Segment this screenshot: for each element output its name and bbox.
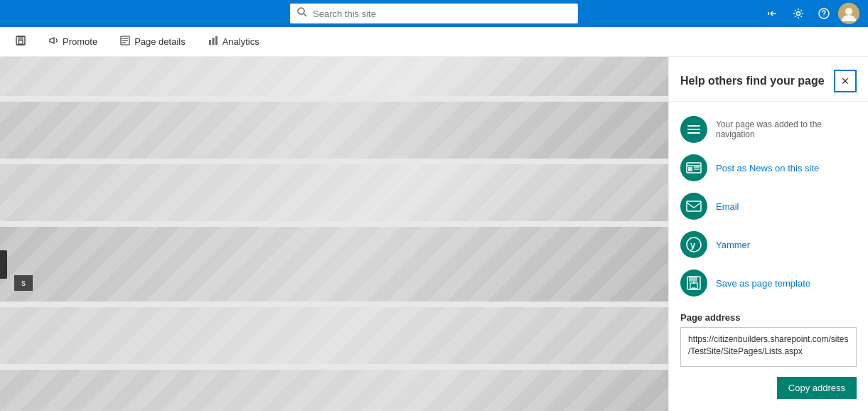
hero-bottom-label: s [14, 275, 33, 291]
toolbar: Promote Page details Analytics [0, 27, 868, 57]
panel-item-email[interactable]: Email [680, 187, 857, 225]
email-icon [680, 193, 707, 220]
close-button[interactable]: ✕ [834, 70, 857, 92]
right-panel: Help others find your page ✕ Your page w… [668, 57, 868, 411]
hero-row-1 [0, 57, 668, 96]
search-input[interactable] [313, 9, 571, 19]
promote-icon [48, 36, 58, 48]
toolbar-analytics[interactable]: Analytics [204, 33, 264, 50]
svg-point-0 [298, 8, 304, 14]
svg-point-5 [823, 16, 824, 16]
panel-title: Help others find your page [680, 75, 825, 87]
email-label[interactable]: Email [716, 201, 739, 212]
analytics-label: Analytics [223, 36, 259, 47]
navigation-subtext: Your page was added to the navigation [716, 119, 857, 139]
navigation-icon [680, 116, 707, 143]
svg-rect-2 [768, 12, 769, 15]
help-icon[interactable] [813, 2, 835, 25]
hero-row-4: s [0, 227, 668, 301]
panel-item-post-news[interactable]: Post as News on this site [680, 149, 857, 187]
svg-rect-26 [687, 201, 701, 211]
main-content: s [0, 57, 668, 411]
page-address-label: Page address [680, 312, 857, 323]
svg-rect-16 [212, 38, 214, 45]
avatar[interactable] [838, 3, 859, 24]
svg-text:y: y [690, 240, 696, 250]
analytics-icon [208, 36, 218, 48]
back-icon[interactable] [761, 2, 784, 25]
search-icon [297, 7, 307, 20]
svg-rect-9 [18, 36, 23, 40]
svg-rect-10 [18, 41, 23, 44]
svg-rect-15 [209, 40, 211, 45]
post-news-label[interactable]: Post as News on this site [716, 163, 819, 174]
svg-point-7 [845, 8, 852, 15]
hero-row-6 [0, 370, 668, 411]
yammer-icon: y [680, 231, 707, 258]
settings-icon[interactable] [787, 2, 810, 25]
toolbar-promote[interactable]: Promote [44, 33, 102, 50]
layout-wrapper: s Help others find your page ✕ [0, 57, 868, 411]
hero-row-2 [0, 102, 668, 159]
page-address-section: Page address https://citizenbuilders.sha… [680, 312, 857, 370]
svg-rect-23 [688, 167, 692, 171]
save-template-icon [680, 269, 707, 297]
search-box[interactable] [290, 4, 578, 23]
page-details-icon [120, 36, 130, 48]
page-address-input[interactable]: https://citizenbuilders.sharepoint.com/s… [680, 327, 857, 367]
toolbar-save[interactable] [11, 33, 30, 50]
svg-point-3 [797, 12, 800, 16]
page-details-label: Page details [134, 36, 186, 47]
svg-rect-17 [215, 36, 218, 45]
save-icon [16, 36, 26, 48]
svg-line-1 [304, 14, 306, 16]
hero-section: s [0, 57, 668, 411]
panel-header: Help others find your page ✕ [669, 57, 868, 102]
top-bar-right-icons [761, 0, 859, 27]
save-template-label[interactable]: Save as page template [716, 278, 810, 289]
yammer-label[interactable]: Yammer [716, 240, 750, 250]
top-bar [0, 0, 868, 27]
toolbar-page-details[interactable]: Page details [116, 33, 190, 50]
panel-body: Your page was added to the navigation Po… [669, 102, 868, 411]
copy-address-button[interactable]: Copy address [777, 377, 857, 399]
hero-row-5 [0, 307, 668, 364]
promote-label: Promote [63, 36, 97, 47]
panel-item-yammer[interactable]: y Yammer [680, 225, 857, 264]
side-tab [0, 250, 7, 279]
news-icon [680, 154, 707, 181]
svg-rect-31 [690, 283, 697, 289]
close-icon: ✕ [841, 75, 850, 87]
svg-rect-30 [689, 277, 697, 282]
hero-row-3 [0, 164, 668, 221]
panel-item-save-template[interactable]: Save as page template [680, 264, 857, 302]
panel-item-navigation: Your page was added to the navigation [680, 110, 857, 149]
